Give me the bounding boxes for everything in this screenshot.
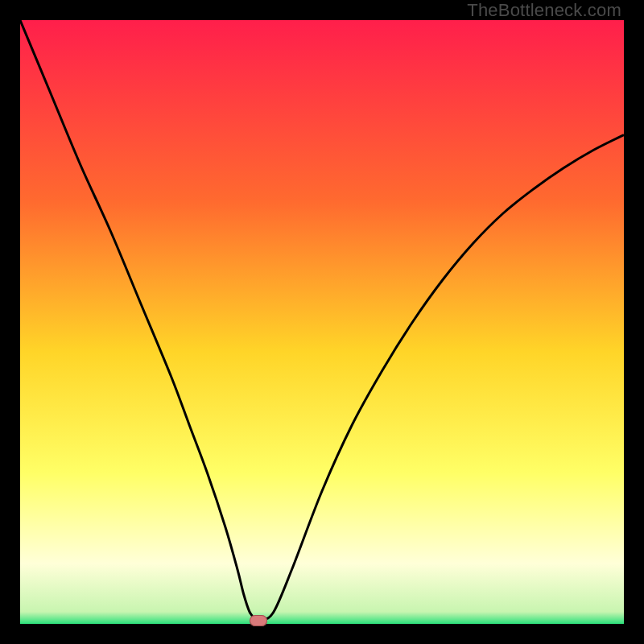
chart-frame: [20, 20, 624, 624]
watermark-text: TheBottleneck.com: [467, 0, 621, 21]
minimum-marker: [250, 615, 267, 626]
bottleneck-curve: [20, 20, 624, 624]
